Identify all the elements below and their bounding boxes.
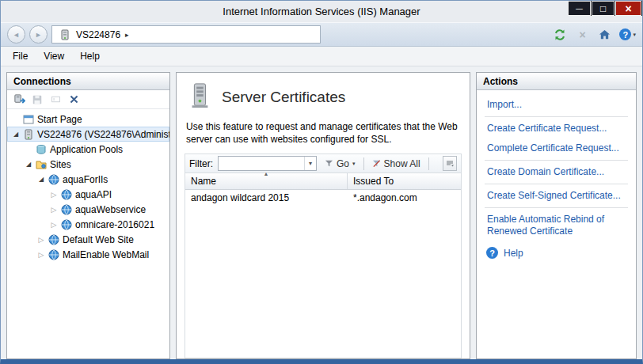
maximize-button[interactable]: □ bbox=[592, 1, 615, 16]
delete-connection-button[interactable] bbox=[67, 93, 80, 106]
certificate-row[interactable]: andagon wildcard 2015 *.andagon.com bbox=[185, 190, 461, 206]
site-globe-icon bbox=[47, 248, 60, 260]
connect-icon bbox=[13, 93, 25, 105]
create-domain-certificate-link[interactable]: Create Domain Certificate... bbox=[485, 162, 628, 182]
chevron-right-icon[interactable]: ▸ bbox=[125, 31, 129, 39]
minimize-button[interactable]: ─ bbox=[568, 1, 592, 16]
server-icon bbox=[21, 128, 35, 140]
menu-file[interactable]: File bbox=[5, 48, 36, 64]
tree-item-aquawebservice[interactable]: ▷ aquaWebservice bbox=[7, 202, 169, 217]
expand-arrow-icon[interactable]: ▷ bbox=[48, 191, 59, 199]
filter-combo: ▾ bbox=[218, 156, 317, 171]
tree-item-aquaapi[interactable]: ▷ aquaAPI bbox=[7, 187, 169, 202]
tree-item-label: Application Pools bbox=[48, 144, 123, 155]
tree-item-label: aquaWebservice bbox=[73, 204, 146, 215]
expand-arrow-icon[interactable]: ◢ bbox=[36, 176, 47, 183]
filter-input[interactable] bbox=[219, 157, 304, 170]
connections-header: Connections bbox=[7, 73, 169, 90]
expand-arrow-icon[interactable]: ◢ bbox=[23, 161, 34, 168]
tree-item-label: MailEnable WebMail bbox=[60, 249, 149, 260]
home-button[interactable] bbox=[597, 28, 611, 42]
enable-automatic-rebind-link[interactable]: Enable Automatic Rebind of Renewed Certi… bbox=[485, 210, 628, 241]
help-link[interactable]: Help bbox=[504, 248, 523, 259]
complete-certificate-request-link[interactable]: Complete Certificate Request... bbox=[485, 138, 628, 158]
connect-button[interactable] bbox=[13, 93, 25, 106]
tree-item-label: aquaForIIs bbox=[60, 174, 108, 185]
divider bbox=[485, 207, 628, 208]
expand-arrow-icon[interactable]: ▷ bbox=[36, 251, 47, 259]
save-icon bbox=[32, 94, 43, 105]
tree-item-sites[interactable]: ◢ Sites bbox=[7, 157, 169, 172]
filter-label: Filter: bbox=[189, 158, 213, 169]
certificate-name: andagon wildcard 2015 bbox=[185, 192, 348, 203]
group-by-icon bbox=[446, 161, 454, 167]
tree-item-mailenable-webmail[interactable]: ▷ MailEnable WebMail bbox=[7, 247, 169, 262]
column-header-issued-to[interactable]: Issued To bbox=[348, 173, 461, 189]
toolbar-divider bbox=[363, 157, 364, 170]
address-bar-icons: × ? ▾ bbox=[553, 28, 636, 42]
tree-item-application-pools[interactable]: Application Pools bbox=[7, 142, 169, 157]
divider bbox=[485, 116, 628, 117]
menu-help[interactable]: Help bbox=[72, 48, 108, 64]
server-icon bbox=[58, 28, 71, 40]
feature-panel: Server Certificates Use this feature to … bbox=[176, 72, 470, 359]
iis-manager-window: Internet Information Services (IIS) Mana… bbox=[0, 0, 643, 364]
actions-list: Import... Create Certificate Request... … bbox=[477, 90, 636, 264]
help-row: ? Help bbox=[485, 241, 628, 259]
tree-item-aquaforiis[interactable]: ◢ aquaForIIs bbox=[7, 172, 169, 187]
create-self-signed-certificate-link[interactable]: Create Self-Signed Certificate... bbox=[485, 186, 628, 206]
stop-icon: × bbox=[579, 28, 585, 41]
expand-arrow-icon[interactable]: ▷ bbox=[48, 206, 59, 214]
connections-tree: Start Page ◢ VS224876 (VS224876\Administ… bbox=[7, 109, 169, 358]
connections-panel: Connections Start Page bbox=[6, 72, 170, 359]
chevron-down-icon: ▾ bbox=[633, 32, 636, 38]
site-globe-icon bbox=[47, 173, 60, 185]
menu-view[interactable]: View bbox=[36, 48, 72, 64]
tree-item-server[interactable]: ◢ VS224876 (VS224876\Administ bbox=[7, 127, 169, 142]
toolbar-divider bbox=[428, 157, 429, 170]
titlebar[interactable]: Internet Information Services (IIS) Mana… bbox=[1, 1, 642, 22]
site-globe-icon bbox=[59, 188, 73, 200]
stop-button[interactable]: × bbox=[575, 28, 589, 42]
certificates-list: ▲ Name Issued To andagon wildcard 2015 *… bbox=[185, 173, 462, 358]
breadcrumb[interactable]: VS224876 ▸ bbox=[51, 25, 321, 44]
feature-description: Use this feature to request and manage c… bbox=[177, 113, 470, 154]
combo-dropdown-icon[interactable]: ▾ bbox=[304, 157, 316, 170]
expand-arrow-icon[interactable]: ▷ bbox=[36, 236, 47, 244]
rename-icon bbox=[51, 94, 61, 104]
menu-bar: File View Help bbox=[1, 47, 642, 66]
expand-arrow-icon[interactable]: ◢ bbox=[10, 131, 21, 138]
site-globe-icon bbox=[47, 233, 60, 245]
import-link[interactable]: Import... bbox=[485, 95, 628, 115]
breadcrumb-item-server[interactable]: VS224876 bbox=[76, 29, 120, 40]
create-certificate-request-link[interactable]: Create Certificate Request... bbox=[485, 119, 628, 138]
site-globe-icon bbox=[59, 203, 73, 215]
back-button[interactable]: ◄ bbox=[7, 25, 25, 44]
show-all-button[interactable]: Show All bbox=[369, 157, 424, 171]
tree-item-default-web-site[interactable]: ▷ Default Web Site bbox=[7, 232, 169, 247]
sites-folder-icon bbox=[34, 158, 48, 170]
maximize-icon: □ bbox=[600, 3, 606, 14]
forward-button[interactable]: ► bbox=[29, 25, 48, 44]
connections-toolbar bbox=[7, 90, 169, 109]
column-header-name[interactable]: ▲ Name bbox=[185, 173, 348, 189]
page-title: Server Certificates bbox=[222, 89, 345, 106]
server-certificates-icon bbox=[186, 82, 213, 112]
save-button[interactable] bbox=[31, 93, 44, 106]
minimize-icon: ─ bbox=[576, 3, 583, 14]
divider bbox=[485, 160, 628, 161]
help-button[interactable]: ? ▾ bbox=[619, 28, 636, 42]
tree-item-omnicare[interactable]: ▷ omnicare-2016021 bbox=[7, 217, 169, 232]
go-button[interactable]: Go ▾ bbox=[322, 157, 359, 171]
sort-ascending-icon: ▲ bbox=[264, 171, 269, 176]
window-title: Internet Information Services (IIS) Mana… bbox=[223, 6, 420, 17]
rename-button[interactable] bbox=[49, 93, 62, 106]
actions-header: Actions bbox=[477, 73, 636, 90]
tree-item-label: Default Web Site bbox=[60, 234, 134, 245]
chevron-down-icon: ▾ bbox=[352, 161, 356, 167]
expand-arrow-icon[interactable]: ▷ bbox=[48, 221, 59, 229]
group-by-button[interactable] bbox=[443, 156, 457, 171]
close-button[interactable]: × bbox=[615, 1, 642, 16]
restart-button[interactable] bbox=[553, 28, 567, 42]
tree-item-start-page[interactable]: Start Page bbox=[7, 112, 169, 127]
